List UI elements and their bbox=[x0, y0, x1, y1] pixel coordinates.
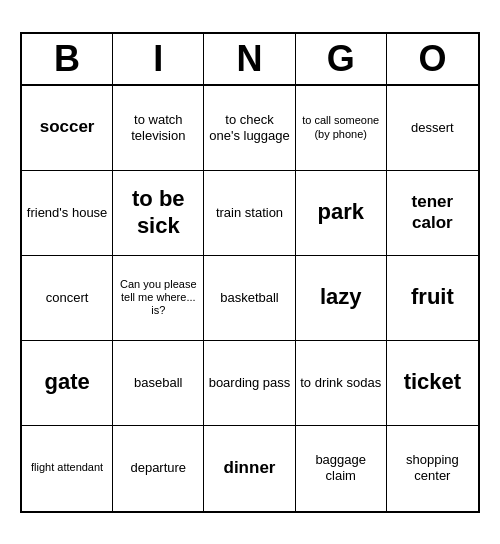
bingo-cell: to be sick bbox=[113, 171, 204, 256]
bingo-cell: soccer bbox=[22, 86, 113, 171]
bingo-cell: concert bbox=[22, 256, 113, 341]
bingo-cell: ticket bbox=[387, 341, 478, 426]
bingo-cell: flight attendant bbox=[22, 426, 113, 511]
bingo-cell: train station bbox=[204, 171, 295, 256]
header-letter: N bbox=[204, 34, 295, 84]
bingo-cell: friend's house bbox=[22, 171, 113, 256]
bingo-cell: basketball bbox=[204, 256, 295, 341]
bingo-cell: fruit bbox=[387, 256, 478, 341]
header-letter: B bbox=[22, 34, 113, 84]
bingo-cell: baseball bbox=[113, 341, 204, 426]
bingo-cell: to drink sodas bbox=[296, 341, 387, 426]
bingo-cell: departure bbox=[113, 426, 204, 511]
header-letter: I bbox=[113, 34, 204, 84]
bingo-cell: to check one's luggage bbox=[204, 86, 295, 171]
bingo-cell: baggage claim bbox=[296, 426, 387, 511]
bingo-cell: to call someone (by phone) bbox=[296, 86, 387, 171]
bingo-cell: to watch television bbox=[113, 86, 204, 171]
header-letter: G bbox=[296, 34, 387, 84]
bingo-cell: lazy bbox=[296, 256, 387, 341]
bingo-cell: boarding pass bbox=[204, 341, 295, 426]
header-letter: O bbox=[387, 34, 478, 84]
bingo-cell: tener calor bbox=[387, 171, 478, 256]
bingo-cell: dessert bbox=[387, 86, 478, 171]
bingo-card: BINGO soccerto watch televisionto check … bbox=[20, 32, 480, 513]
bingo-cell: park bbox=[296, 171, 387, 256]
bingo-header: BINGO bbox=[22, 34, 478, 86]
bingo-cell: shopping center bbox=[387, 426, 478, 511]
bingo-cell: Can you please tell me where... is? bbox=[113, 256, 204, 341]
bingo-cell: dinner bbox=[204, 426, 295, 511]
bingo-grid: soccerto watch televisionto check one's … bbox=[22, 86, 478, 511]
bingo-cell: gate bbox=[22, 341, 113, 426]
